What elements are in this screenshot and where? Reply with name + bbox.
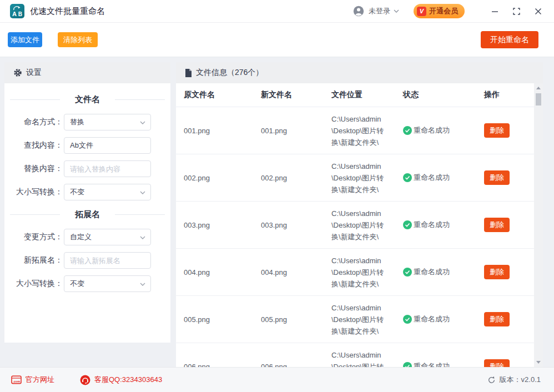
main-content: 设置 文件名 命名方式： 替换 查找内容： 替换内容： 大小写转换： 不变: [0, 57, 554, 367]
chevron-down-icon: [140, 283, 145, 286]
customer-service-qq[interactable]: 客服QQ:3234303643: [80, 375, 162, 385]
new-filename: 001.png: [253, 127, 324, 135]
new-filename: 002.png: [253, 174, 324, 182]
new-filename: 003.png: [253, 221, 324, 229]
chevron-down-icon: [140, 191, 145, 194]
find-content-input[interactable]: [64, 137, 151, 154]
column-header-action: 操作: [475, 90, 534, 100]
file-info-title: 文件信息（276个）: [196, 68, 263, 78]
column-header-status: 状态: [397, 90, 475, 100]
form-field: 大小写转换： 不变: [4, 275, 170, 292]
section-title: 拓展名: [75, 209, 100, 220]
status-text: 重命名成功: [414, 314, 450, 324]
minimize-button[interactable]: [488, 5, 501, 17]
status-text: 重命名成功: [414, 220, 450, 230]
form-field: 查找内容：: [4, 137, 170, 154]
file-path: C:\Users\admin\Desktop\图片转换\新建文件夹\: [331, 349, 386, 368]
start-rename-button[interactable]: 开始重命名: [481, 31, 538, 48]
delete-button[interactable]: 删除: [484, 218, 510, 232]
section-title: 文件名: [75, 94, 100, 105]
maximize-button[interactable]: [510, 5, 522, 17]
filename-case-select[interactable]: 不变: [64, 184, 151, 200]
version-label: 版本：v2.0.1: [500, 375, 541, 385]
login-status: 未登录: [369, 6, 390, 16]
delete-button[interactable]: 删除: [484, 312, 510, 326]
field-label: 大小写转换：: [16, 279, 63, 289]
select-value: 不变: [70, 279, 84, 289]
settings-body: 文件名 命名方式： 替换 查找内容： 替换内容： 大小写转换： 不变 拓展名: [4, 83, 170, 299]
table-row: 002.png 002.png C:\Users\admin\Desktop\图…: [176, 154, 534, 202]
table-body: 001.png 001.png C:\Users\admin\Desktop\图…: [176, 107, 534, 367]
table-header: 原文件名 新文件名 文件位置 状态 操作: [176, 83, 534, 107]
field-label: 变更方式：: [24, 232, 63, 242]
delete-button[interactable]: 删除: [484, 170, 510, 185]
form-field: 新拓展名：: [4, 252, 170, 269]
section-title-row: 文件名: [10, 94, 165, 105]
status-text: 重命名成功: [414, 267, 450, 277]
field-label: 大小写转换：: [16, 187, 63, 197]
file-info-header: 文件信息（276个）: [176, 62, 543, 83]
chevron-down-icon: [140, 236, 145, 239]
delete-button[interactable]: 删除: [484, 265, 510, 279]
file-path: C:\Users\admin\Desktop\图片转换\新建文件夹\: [331, 160, 386, 195]
old-filename: 003.png: [176, 221, 253, 229]
scrollbar-track[interactable]: [534, 83, 543, 367]
delete-button[interactable]: 删除: [484, 359, 510, 367]
rename-arrow-icon: [13, 6, 21, 11]
footer: .com 官方网址 客服QQ:3234303643 版本：v2.0.1: [0, 367, 554, 392]
old-filename: 002.png: [176, 174, 253, 182]
add-files-button[interactable]: 添加文件: [8, 32, 42, 47]
document-icon: [185, 69, 192, 77]
new-filename: 005.png: [253, 315, 324, 324]
replace-content-input[interactable]: [64, 160, 151, 177]
app-title: 优速文件批量重命名: [30, 6, 105, 17]
settings-title: 设置: [26, 68, 42, 78]
field-label: 命名方式：: [24, 117, 63, 127]
chevron-down-icon: [394, 9, 399, 13]
status-text: 重命名成功: [414, 125, 450, 135]
vip-badge-icon: V: [417, 7, 426, 16]
naming-method-select[interactable]: 替换: [64, 114, 151, 130]
toolbar: 添加文件 清除列表 开始重命名: [0, 23, 554, 57]
scrollbar-up-button[interactable]: [536, 87, 541, 89]
new-filename: 006.png: [253, 363, 324, 368]
clear-list-button[interactable]: 清除列表: [58, 32, 98, 47]
table-row: 004.png 004.png C:\Users\admin\Desktop\图…: [176, 249, 534, 296]
file-path: C:\Users\admin\Desktop\图片转换\新建文件夹\: [331, 208, 386, 243]
open-vip-button[interactable]: V 开通会员: [414, 4, 465, 18]
new-filename: 004.png: [253, 268, 324, 277]
field-label: 替换内容：: [24, 164, 63, 174]
scrollbar-down-button[interactable]: [536, 361, 541, 364]
refresh-icon[interactable]: [487, 376, 496, 384]
file-path: C:\Users\admin\Desktop\图片转换\新建文件夹\: [331, 255, 386, 290]
file-info-panel: 文件信息（276个） 原文件名 新文件名 文件位置 状态 操作 001.png …: [176, 62, 543, 367]
official-website-link[interactable]: .com 官方网址: [11, 375, 54, 385]
gear-icon: [13, 68, 22, 77]
extension-case-select[interactable]: 不变: [64, 275, 151, 292]
scrollbar-thumb[interactable]: [536, 93, 541, 105]
headset-icon: [80, 375, 90, 385]
old-filename: 001.png: [176, 127, 253, 135]
user-menu[interactable]: 未登录: [353, 6, 399, 17]
titlebar: A B 优速文件批量重命名 未登录 V 开通会: [0, 0, 554, 23]
old-filename: 006.png: [176, 363, 253, 368]
old-filename: 004.png: [176, 268, 253, 277]
file-path: C:\Users\admin\Desktop\图片转换\新建文件夹\: [331, 302, 386, 337]
success-check-icon: [403, 126, 412, 135]
status-text: 重命名成功: [414, 173, 450, 183]
website-icon: .com: [11, 375, 22, 384]
column-header-location: 文件位置: [324, 90, 397, 100]
settings-header: 设置: [4, 62, 170, 83]
field-label: 新拓展名：: [24, 255, 63, 265]
form-field: 替换内容：: [4, 160, 170, 177]
form-field: 命名方式： 替换: [4, 114, 170, 130]
table-row: 005.png 005.png C:\Users\admin\Desktop\图…: [176, 296, 534, 343]
new-extension-input[interactable]: [64, 252, 151, 269]
table-row: 001.png 001.png C:\Users\admin\Desktop\图…: [176, 107, 534, 154]
file-path: C:\Users\admin\Desktop\图片转换\新建文件夹\: [331, 113, 386, 148]
extension-change-method-select[interactable]: 自定义: [64, 229, 151, 245]
close-button[interactable]: [532, 5, 544, 17]
delete-button[interactable]: 删除: [484, 123, 510, 138]
svg-text:.com: .com: [13, 380, 20, 383]
success-check-icon: [403, 315, 412, 324]
